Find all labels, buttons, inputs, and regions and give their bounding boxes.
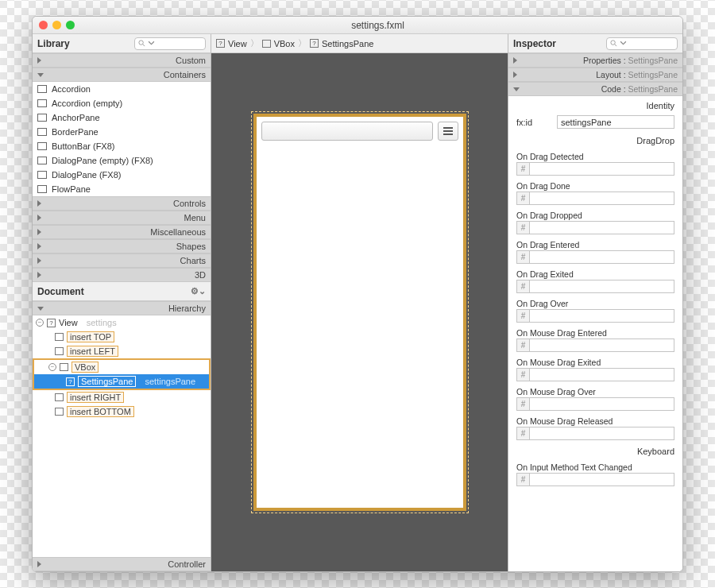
list-item[interactable]: BorderPane	[33, 125, 211, 139]
identity-heading: Identity	[508, 96, 682, 113]
library-section-shapes[interactable]: Shapes	[33, 239, 211, 253]
event-label: On Drag Entered	[508, 236, 682, 250]
gear-icon[interactable]: ⚙⌄	[191, 286, 206, 296]
event-handler-input[interactable]	[529, 250, 674, 264]
tree-row-insert-top[interactable]: insert TOP	[33, 330, 211, 344]
event-handler-input[interactable]	[529, 473, 674, 486]
event-label: On Drag Detected	[508, 148, 682, 162]
design-canvas[interactable]	[211, 53, 508, 571]
minimize-icon[interactable]	[52, 21, 61, 29]
maximize-icon[interactable]	[66, 21, 75, 29]
tree-row-insert-bottom[interactable]: insert BOTTOM	[33, 404, 211, 419]
node-icon	[262, 40, 271, 48]
event-handler-input[interactable]	[529, 427, 674, 440]
event-label: On Drag Exited	[508, 265, 682, 280]
controller-section[interactable]: Controller	[33, 557, 211, 571]
fxid-label: fx:id	[516, 118, 551, 127]
inspector-tab-properties[interactable]: Properties : SettingsPane	[508, 53, 682, 68]
inspector-header: Inspector	[508, 34, 682, 53]
event-handler-input[interactable]	[529, 280, 674, 293]
library-header: Library	[33, 34, 211, 53]
triangle-right-icon	[37, 561, 41, 567]
hierarchy-tree: − ? View settings insert TOP insert LEFT…	[33, 315, 211, 557]
triangle-right-icon	[37, 215, 41, 221]
center-column: ? View 〉 VBox 〉 ? SettingsPane	[211, 34, 508, 571]
event-handler-input[interactable]	[529, 162, 674, 176]
breadcrumb-item[interactable]: VBox	[274, 39, 295, 48]
event-input-row: #	[516, 427, 674, 440]
hash-icon: #	[516, 397, 529, 411]
tree-row-settingspane[interactable]: ? SettingsPane settingsPane	[34, 374, 209, 389]
event-input-row: #	[516, 250, 674, 264]
event-label: On Drag Dropped	[508, 207, 682, 221]
hash-icon: #	[516, 221, 529, 234]
library-section-containers[interactable]: Containers	[33, 68, 211, 82]
list-item[interactable]: Accordion (empty)	[33, 96, 211, 110]
tree-row-view[interactable]: − ? View settings	[33, 315, 211, 330]
breadcrumb-item[interactable]: View	[228, 39, 247, 48]
event-handler-input[interactable]	[529, 368, 674, 381]
containers-list: Accordion Accordion (empty) AnchorPane B…	[33, 82, 211, 196]
inspector-search[interactable]	[606, 37, 678, 50]
tree-row-vbox[interactable]: − VBox	[34, 360, 209, 374]
event-handler-input[interactable]	[529, 397, 674, 411]
breadcrumb-item[interactable]: SettingsPane	[322, 39, 373, 48]
library-section-3d[interactable]: 3D	[33, 268, 211, 282]
preview-frame[interactable]	[253, 114, 466, 511]
hash-icon: #	[516, 250, 529, 264]
triangle-right-icon	[513, 72, 517, 78]
triangle-down-icon	[37, 73, 44, 77]
node-icon	[55, 408, 64, 416]
event-handler-input[interactable]	[529, 221, 674, 234]
list-item[interactable]: AnchorPane	[33, 110, 211, 125]
hash-icon: #	[516, 162, 529, 176]
tree-row-insert-left[interactable]: insert LEFT	[33, 344, 211, 358]
node-icon	[55, 347, 64, 355]
keyboard-heading: Keyboard	[508, 442, 682, 458]
event-handler-input[interactable]	[529, 309, 674, 323]
event-handler-input[interactable]	[529, 338, 674, 352]
node-type-icon: ?	[47, 319, 56, 327]
container-icon	[37, 85, 47, 93]
selection-group: − VBox ? SettingsPane settingsPane	[33, 358, 211, 390]
triangle-right-icon	[37, 200, 41, 207]
event-label: On Mouse Drag Entered	[508, 324, 682, 338]
container-icon	[37, 114, 47, 122]
inspector-tab-layout[interactable]: Layout : SettingsPane	[508, 68, 682, 82]
chevron-right-icon: 〉	[298, 37, 307, 49]
library-section-controls[interactable]: Controls	[33, 196, 211, 211]
list-item[interactable]: DialogPane (empty) (FX8)	[33, 153, 211, 168]
hamburger-icon[interactable]	[438, 122, 458, 141]
svg-line-3	[615, 44, 617, 47]
container-icon	[37, 185, 47, 193]
hierarchy-section[interactable]: Hierarchy	[33, 301, 211, 315]
event-input-row: #	[516, 191, 674, 205]
library-search[interactable]	[134, 37, 206, 50]
list-item[interactable]: Accordion	[33, 82, 211, 96]
document-header: Document ⚙⌄	[33, 282, 211, 301]
hash-icon: #	[516, 338, 529, 352]
container-icon	[37, 128, 47, 136]
library-section-menu[interactable]: Menu	[33, 211, 211, 225]
fxid-input[interactable]	[557, 115, 674, 129]
preview-textfield[interactable]	[261, 122, 433, 141]
search-icon	[610, 40, 617, 47]
triangle-down-icon	[37, 307, 44, 311]
event-input-row: #	[516, 280, 674, 293]
list-item[interactable]: ButtonBar (FX8)	[33, 139, 211, 153]
container-icon	[37, 142, 47, 150]
close-icon[interactable]	[39, 21, 48, 29]
tree-row-insert-right[interactable]: insert RIGHT	[33, 390, 211, 404]
collapse-icon[interactable]: −	[48, 363, 56, 371]
chevron-down-icon	[148, 40, 155, 47]
collapse-icon[interactable]: −	[36, 319, 44, 327]
library-section-custom[interactable]: Custom	[33, 53, 211, 68]
list-item[interactable]: DialogPane (FX8)	[33, 168, 211, 182]
event-handler-input[interactable]	[529, 191, 674, 205]
triangle-right-icon	[37, 272, 41, 278]
library-section-misc[interactable]: Miscellaneous	[33, 225, 211, 239]
list-item[interactable]: FlowPane	[33, 182, 211, 196]
library-section-charts[interactable]: Charts	[33, 253, 211, 268]
node-icon	[60, 363, 68, 371]
inspector-tab-code[interactable]: Code : SettingsPane	[508, 82, 682, 96]
